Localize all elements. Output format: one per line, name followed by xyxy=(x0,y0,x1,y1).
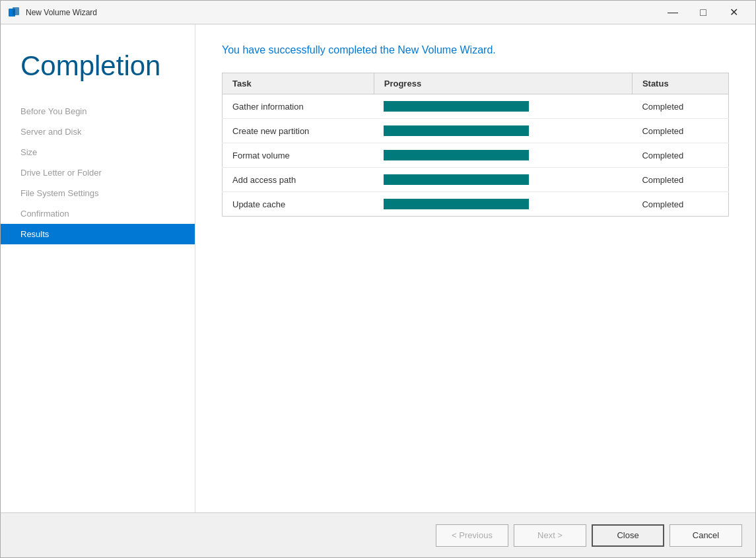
progress-cell xyxy=(374,192,632,217)
success-text-start: You have successfully completed the xyxy=(222,44,397,55)
table-header-row: TaskProgressStatus xyxy=(223,73,729,94)
status-cell: Completed xyxy=(632,143,728,168)
progress-cell xyxy=(374,168,632,192)
sidebar-nav-item[interactable]: Drive Letter or Folder xyxy=(1,162,195,183)
svg-rect-1 xyxy=(13,7,19,15)
task-cell: Gather information xyxy=(223,94,374,119)
task-cell: Create new partition xyxy=(223,119,374,143)
progress-bar xyxy=(384,174,529,185)
progress-cell xyxy=(374,119,632,143)
footer: < Previous Next > Close Cancel xyxy=(1,512,755,557)
progress-bar-container xyxy=(384,199,529,209)
cancel-button[interactable]: Cancel xyxy=(670,524,742,547)
sidebar-title: Completion xyxy=(1,38,195,101)
progress-bar-container xyxy=(384,101,529,112)
sidebar: Completion Before You BeginServer and Di… xyxy=(1,24,195,512)
content-area: Completion Before You BeginServer and Di… xyxy=(1,24,755,512)
app-icon xyxy=(7,6,20,19)
window-controls: — □ ✕ xyxy=(658,1,749,24)
status-cell: Completed xyxy=(632,119,728,143)
progress-cell xyxy=(374,143,632,168)
window-title: New Volume Wizard xyxy=(26,8,658,17)
success-text-end: . xyxy=(493,44,495,55)
table-row: Format volumeCompleted xyxy=(223,143,729,168)
table-row: Gather informationCompleted xyxy=(223,94,729,119)
close-button[interactable]: ✕ xyxy=(718,1,749,24)
sidebar-nav-item[interactable]: Results xyxy=(1,224,195,244)
task-cell: Add access path xyxy=(223,168,374,192)
success-message: You have successfully completed the New … xyxy=(222,44,729,56)
progress-bar-container xyxy=(384,125,529,136)
progress-bar xyxy=(384,101,529,112)
table-row: Create new partitionCompleted xyxy=(223,119,729,143)
progress-bar-container xyxy=(384,150,529,160)
progress-bar xyxy=(384,150,529,160)
sidebar-nav-item[interactable]: Confirmation xyxy=(1,203,195,224)
sidebar-nav-item[interactable]: Before You Begin xyxy=(1,101,195,122)
progress-cell xyxy=(374,94,632,119)
sidebar-nav-item[interactable]: File System Settings xyxy=(1,183,195,203)
table-body: Gather informationCompletedCreate new pa… xyxy=(223,94,729,217)
status-cell: Completed xyxy=(632,168,728,192)
progress-bar xyxy=(384,125,529,136)
sidebar-nav-item[interactable]: Server and Disk xyxy=(1,122,195,142)
titlebar: New Volume Wizard — □ ✕ xyxy=(1,1,755,24)
table-header-cell: Status xyxy=(632,73,728,94)
task-cell: Format volume xyxy=(223,143,374,168)
progress-bar-container xyxy=(384,174,529,185)
close-dialog-button[interactable]: Close xyxy=(592,524,664,547)
status-cell: Completed xyxy=(632,94,728,119)
table-row: Update cacheCompleted xyxy=(223,192,729,217)
main-panel: You have successfully completed the New … xyxy=(195,24,755,512)
progress-bar xyxy=(384,199,529,209)
table-row: Add access pathCompleted xyxy=(223,168,729,192)
table-header-cell: Task xyxy=(223,73,374,94)
window: New Volume Wizard — □ ✕ Completion Befor… xyxy=(0,0,756,558)
minimize-button[interactable]: — xyxy=(658,1,688,24)
next-button[interactable]: Next > xyxy=(514,524,586,547)
maximize-button[interactable]: □ xyxy=(688,1,718,24)
status-cell: Completed xyxy=(632,192,728,217)
task-cell: Update cache xyxy=(223,192,374,217)
sidebar-nav-item[interactable]: Size xyxy=(1,142,195,162)
results-table: TaskProgressStatus Gather informationCom… xyxy=(222,73,729,217)
previous-button[interactable]: < Previous xyxy=(436,524,508,547)
success-text-link: New Volume Wizard xyxy=(397,44,493,55)
sidebar-nav: Before You BeginServer and DiskSizeDrive… xyxy=(1,101,195,244)
table-header-cell: Progress xyxy=(374,73,632,94)
